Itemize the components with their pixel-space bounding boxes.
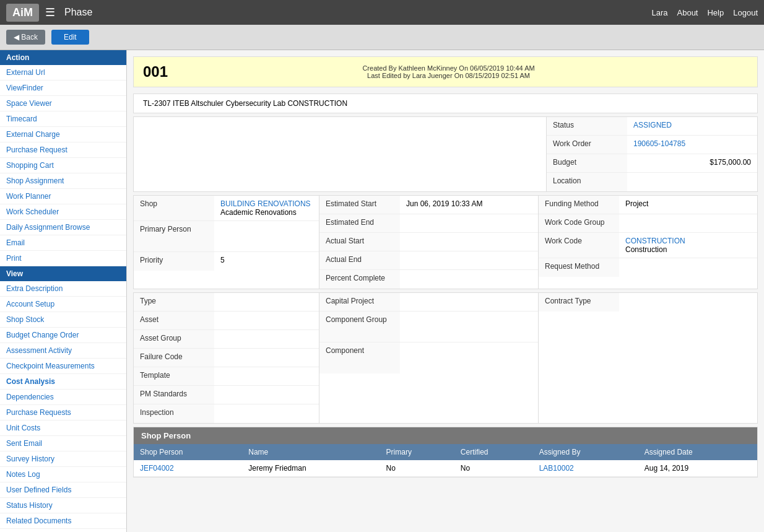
assigned-by-link[interactable]: LAB10002: [539, 464, 574, 473]
shop-sub: Academic Renovations: [220, 208, 297, 217]
asset-row: Asset: [134, 312, 319, 330]
budget-label: Budget: [547, 154, 627, 172]
work-code-link[interactable]: CONSTRUCTION: [625, 237, 685, 245]
status-label: Status: [547, 117, 627, 135]
dates-col: Estimated Start Jun 06, 2019 10:33 AM Es…: [319, 196, 539, 289]
th-assigned-by: Assigned By: [533, 444, 638, 460]
type-value: [214, 293, 319, 311]
cell-assigned-by: LAB10002: [533, 460, 638, 477]
est-start-row: Estimated Start Jun 06, 2019 10:33 AM: [319, 196, 538, 214]
actual-start-row: Actual Start: [319, 233, 538, 251]
edit-button[interactable]: Edit: [51, 30, 89, 45]
template-label: Template: [134, 367, 214, 385]
sidebar-item-work-scheduler[interactable]: Work Scheduler: [0, 204, 126, 220]
work-code-group-row: Work Code Group: [539, 214, 757, 233]
cell-shop-person-id: JEF04002: [134, 460, 242, 477]
phase-header: 001 Created By Kathleen McKinney On 06/0…: [133, 56, 758, 87]
inspection-row: Inspection: [134, 404, 319, 423]
sidebar-item-unit-costs[interactable]: Unit Costs: [0, 421, 126, 436]
sidebar-item-account-setup[interactable]: Account Setup: [0, 297, 126, 312]
nav-logout[interactable]: Logout: [733, 8, 758, 17]
sidebar-item-cost-analysis[interactable]: Cost Analysis: [0, 374, 126, 390]
pm-standards-value: [214, 386, 319, 404]
status-row: Status ASSIGNED Work Order 190605-104785…: [133, 116, 758, 192]
sidebar-item-print[interactable]: Print: [0, 251, 126, 266]
percent-complete-row: Percent Complete: [319, 270, 538, 289]
shop-link[interactable]: BUILDING RENOVATIONS: [220, 199, 311, 208]
shop-col: Shop BUILDING RENOVATIONS Academic Renov…: [134, 196, 319, 289]
sidebar-item-purchase-request[interactable]: Purchase Request: [0, 142, 126, 158]
sidebar-item-extra-description[interactable]: Extra Description: [0, 281, 126, 297]
cell-assigned-date: Aug 14, 2019: [638, 460, 757, 477]
primary-person-value: [214, 221, 319, 251]
th-shop-person: Shop Person: [134, 444, 242, 460]
page-title: Phase: [64, 7, 651, 18]
sidebar-item-external-url[interactable]: External Url: [0, 65, 126, 81]
actual-end-label: Actual End: [319, 251, 400, 269]
percent-complete-label: Percent Complete: [319, 270, 400, 289]
asset-group-value: [214, 330, 319, 348]
nav-help[interactable]: Help: [707, 8, 724, 17]
sidebar-item-user-defined-fields[interactable]: User Defined Fields: [0, 482, 126, 498]
sidebar-item-budget-change-order[interactable]: Budget Change Order: [0, 328, 126, 343]
est-end-row: Estimated End: [319, 214, 538, 233]
type-col: Type Asset Asset Group Failure Code Temp…: [134, 293, 319, 423]
work-code-sub: Construction: [625, 245, 667, 254]
actual-end-row: Actual End: [319, 251, 538, 270]
cell-name: Jeremy Friedman: [242, 460, 380, 477]
shop-person-table-container: Shop Person Name Primary Certified Assig…: [134, 444, 757, 477]
sidebar-item-assessment-activity[interactable]: Assessment Activity: [0, 343, 126, 359]
sidebar-item-dependencies[interactable]: Dependencies: [0, 390, 126, 405]
phase-description: TL-2307 ITEB Altschuler Cybersecurity La…: [133, 94, 758, 113]
shop-value: BUILDING RENOVATIONS Academic Renovation…: [214, 196, 319, 220]
sidebar-item-work-planner[interactable]: Work Planner: [0, 189, 126, 204]
phase-desc-extended: [134, 117, 547, 191]
work-code-group-value: [619, 214, 757, 232]
aim-logo: AiM: [6, 4, 39, 22]
sidebar-item-shop-stock[interactable]: Shop Stock: [0, 312, 126, 328]
nav-about[interactable]: About: [677, 8, 698, 17]
phase-desc-text: TL-2307 ITEB Altschuler Cybersecurity La…: [143, 99, 347, 108]
sidebar-item-survey-history[interactable]: Survey History: [0, 451, 126, 467]
est-start-label: Estimated Start: [319, 196, 400, 214]
capital-project-value: [400, 293, 538, 311]
status-value: ASSIGNED: [627, 117, 757, 135]
status-link[interactable]: ASSIGNED: [633, 121, 672, 129]
sidebar-item-related-documents[interactable]: Related Documents: [0, 513, 126, 529]
type-label: Type: [134, 293, 214, 311]
funding-method-value: Project: [619, 196, 757, 214]
sidebar-item-timecard[interactable]: Timecard: [0, 111, 126, 127]
table-row: JEF04002 Jeremy Friedman No No LAB10002 …: [134, 460, 757, 477]
priority-row: Priority 5: [134, 252, 319, 271]
hamburger-menu[interactable]: ☰: [45, 6, 55, 19]
work-code-label: Work Code: [539, 233, 619, 258]
toolbar: ◀ Back Edit: [0, 25, 764, 50]
type-grid: Type Asset Asset Group Failure Code Temp…: [133, 292, 758, 424]
shop-person-link[interactable]: JEF04002: [140, 464, 174, 473]
shop-person-table: Shop Person Name Primary Certified Assig…: [134, 444, 757, 477]
sidebar-item-email[interactable]: Email: [0, 235, 126, 251]
phase-last-edited: Last Edited by Lara Juenger On 08/15/201…: [362, 72, 534, 79]
sidebar-item-shop-assignment[interactable]: Shop Assignment: [0, 173, 126, 189]
sidebar-item-space-viewer[interactable]: Space Viewer: [0, 96, 126, 111]
sidebar-item-viewfinder[interactable]: ViewFinder: [0, 81, 126, 96]
back-button[interactable]: ◀ Back: [6, 30, 45, 45]
sidebar-item-sent-email[interactable]: Sent Email: [0, 436, 126, 451]
cell-primary: No: [380, 460, 454, 477]
sidebar-item-daily-assignment-browse[interactable]: Daily Assignment Browse: [0, 220, 126, 235]
sidebar-item-notes-log[interactable]: Notes Log: [0, 467, 126, 482]
sidebar-item-external-charge[interactable]: External Charge: [0, 127, 126, 142]
asset-label: Asset: [134, 312, 214, 329]
main-layout: Action External Url ViewFinder Space Vie…: [0, 50, 764, 532]
component-group-label: Component Group: [319, 312, 400, 342]
status-row-item: Status ASSIGNED: [547, 117, 757, 136]
work-order-link[interactable]: 190605-104785: [633, 139, 685, 148]
contract-type-row: Contract Type: [539, 293, 757, 312]
sidebar-item-checkpoint-measurements[interactable]: Checkpoint Measurements: [0, 359, 126, 374]
sidebar-item-purchase-requests[interactable]: Purchase Requests: [0, 405, 126, 421]
sidebar-item-shopping-cart[interactable]: Shopping Cart: [0, 158, 126, 173]
shop-row: Shop BUILDING RENOVATIONS Academic Renov…: [134, 196, 319, 221]
failure-code-label: Failure Code: [134, 349, 214, 367]
status-panel: Status ASSIGNED Work Order 190605-104785…: [547, 117, 757, 191]
sidebar-item-status-history[interactable]: Status History: [0, 498, 126, 513]
